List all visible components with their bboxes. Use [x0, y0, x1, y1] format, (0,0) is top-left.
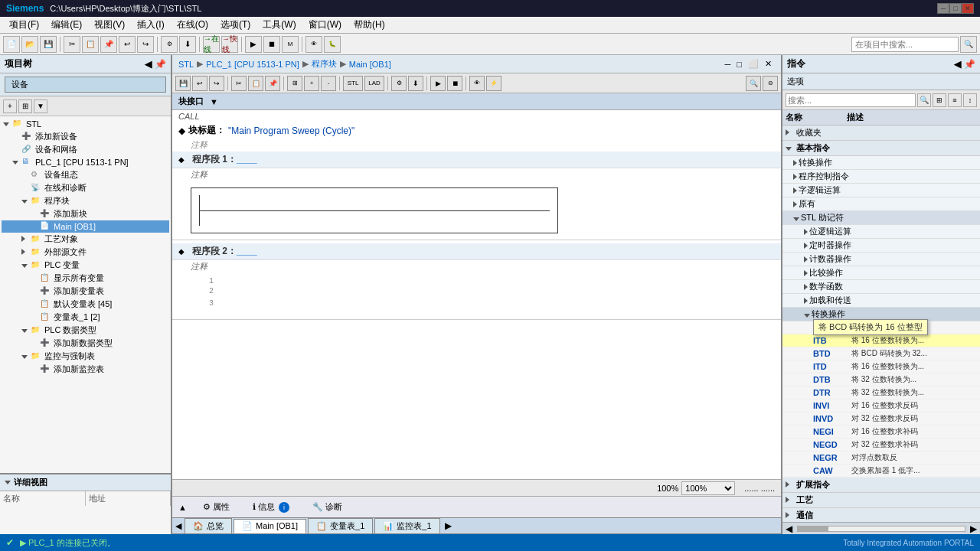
instr-sub-math-funcs[interactable]: 数学函数: [782, 280, 980, 294]
instr-item-invi[interactable]: INVI 对 16 位整数求反码: [782, 399, 980, 412]
etb-copy-btn[interactable]: 📋: [248, 76, 263, 91]
seg2-expand-btn[interactable]: ◆: [178, 247, 189, 256]
tree-item-device-config[interactable]: ⚙ 设备组态: [2, 168, 169, 181]
editor-maximize-btn[interactable]: ⬜: [745, 59, 762, 69]
tree-item-online-diag[interactable]: 📡 在线和诊断: [2, 181, 169, 194]
instr-item-btd[interactable]: BTD 将 BCD 码转换为 32...: [782, 347, 980, 360]
instr-sub-counter-ops[interactable]: 计数器操作: [782, 253, 980, 266]
editor-restore-btn[interactable]: □: [733, 60, 745, 69]
new-btn[interactable]: 📄: [3, 36, 20, 53]
devices-tab[interactable]: 设备: [5, 77, 166, 93]
tree-item-show-all-vars[interactable]: 📋 显示所有变量: [2, 272, 169, 285]
props-tab-diag[interactable]: 🔧 诊断: [305, 499, 349, 515]
menu-window[interactable]: 窗口(W): [302, 17, 348, 33]
etb-zoom-out-btn[interactable]: ⊖: [763, 76, 778, 91]
detail-header[interactable]: 详细视图: [0, 474, 171, 491]
etb-monitor-btn[interactable]: 👁: [469, 76, 485, 91]
tree-item-prog-blocks[interactable]: 📁 程序块: [2, 194, 169, 207]
etb-compile-btn[interactable]: ⚙: [391, 76, 407, 91]
tree-item-stl[interactable]: 📁 STL: [2, 118, 169, 130]
plc-data-type-expand-arrow[interactable]: [21, 327, 31, 334]
hscroll-left-btn[interactable]: ◀: [782, 523, 795, 534]
menu-tools[interactable]: 工具(W): [256, 17, 302, 33]
plc-vars-expand-arrow[interactable]: [21, 262, 31, 269]
block-interface-expand-btn[interactable]: ▼: [210, 97, 218, 106]
tree-view-btn[interactable]: ⊞: [18, 99, 32, 113]
redo-btn[interactable]: ↪: [137, 36, 154, 53]
tree-item-add-data-type[interactable]: ➕ 添加新数据类型: [2, 337, 169, 350]
editor-close-btn[interactable]: ✕: [762, 59, 775, 69]
debug-btn[interactable]: 🐛: [324, 36, 341, 53]
cut-btn[interactable]: ✂: [64, 36, 80, 53]
menu-help[interactable]: 帮助(H): [348, 17, 391, 33]
paste-btn[interactable]: 📌: [100, 36, 117, 53]
tree-pin-btn[interactable]: 📌: [155, 59, 166, 70]
instr-item-negd[interactable]: NEGD 对 32 位整数求补码: [782, 439, 980, 452]
compile-btn[interactable]: ⚙: [161, 36, 178, 53]
instr-sub-original[interactable]: 原有: [782, 197, 980, 211]
etb-expand-btn[interactable]: +: [304, 76, 319, 91]
btab-main-ob1[interactable]: 📄 Main [OB1]: [234, 519, 306, 533]
tree-item-var-table-1[interactable]: 📋 变量表_1 [2]: [2, 311, 169, 324]
etb-force-btn[interactable]: ⚡: [486, 76, 501, 91]
tree-item-device-net[interactable]: 🔗 设备和网络: [2, 143, 169, 156]
instr-favorites-header[interactable]: 收藏夹: [782, 126, 980, 141]
menu-view[interactable]: 视图(V): [88, 17, 131, 33]
tree-item-plc-data-type[interactable]: 📁 PLC 数据类型: [2, 324, 169, 337]
breadcrumb-prog-blocks[interactable]: 程序块: [312, 58, 337, 70]
props-expand-btn[interactable]: ▲: [178, 503, 187, 512]
tree-item-add-var-table[interactable]: ➕ 添加新变量表: [2, 285, 169, 298]
project-search-input[interactable]: [851, 37, 959, 52]
tree-item-monitor-force[interactable]: 📁 监控与强制表: [2, 350, 169, 363]
stl-input-3[interactable]: [220, 297, 526, 309]
save-project-btn[interactable]: 💾: [40, 36, 57, 53]
instr-basic-header[interactable]: 基本指令: [782, 141, 980, 156]
instr-item-negi[interactable]: NEGI 对 16 位整数求补码: [782, 425, 980, 439]
props-tab-properties[interactable]: ⚙ 属性: [196, 499, 237, 515]
undo-btn[interactable]: ↩: [119, 36, 136, 53]
instr-technology-header[interactable]: 工艺: [782, 493, 980, 508]
tree-add-btn[interactable]: +: [3, 99, 17, 113]
tree-filter-btn[interactable]: ▼: [34, 99, 47, 113]
breadcrumb-main-ob1[interactable]: Main [OB1]: [349, 60, 391, 69]
prog-blocks-expand-arrow[interactable]: [21, 197, 31, 205]
tree-item-tech-objects[interactable]: 📁 工艺对象: [2, 233, 169, 246]
etb-start-btn[interactable]: ▶: [430, 76, 446, 91]
tree-item-add-monitor[interactable]: ➕ 添加新监控表: [2, 363, 169, 376]
tree-item-plc-vars[interactable]: 📁 PLC 变量: [2, 259, 169, 272]
instr-view-btn1[interactable]: ⊞: [933, 93, 946, 107]
etb-paste-btn[interactable]: 📌: [265, 76, 280, 91]
instr-sub-load-xfer[interactable]: 加载和传送: [782, 294, 980, 308]
restore-btn[interactable]: □: [949, 3, 962, 14]
instr-item-dtr[interactable]: DTR 将 32 位整数转换为...: [782, 386, 980, 399]
etb-redo-btn[interactable]: ↪: [209, 76, 224, 91]
bottom-tabs-right-btn[interactable]: ▶: [445, 520, 452, 531]
monitor-all-btn[interactable]: 👁: [305, 36, 322, 53]
instr-sub-convert-ops[interactable]: 转换操作: [782, 156, 980, 170]
menu-online[interactable]: 在线(O): [171, 17, 214, 33]
instr-item-invd[interactable]: INVD 对 32 位整数求反码: [782, 412, 980, 425]
ext-sources-arrow[interactable]: [21, 249, 31, 256]
instr-view-btn2[interactable]: ≡: [948, 93, 962, 107]
etb-save-btn[interactable]: 💾: [175, 76, 191, 91]
stop-btn[interactable]: ⏹: [263, 36, 280, 53]
go-offline-btn[interactable]: →快线: [221, 36, 238, 53]
instr-item-negr[interactable]: NEGR 对浮点数取反: [782, 452, 980, 465]
right-panel-collapse-btn[interactable]: ◀: [954, 59, 961, 70]
etb-seg-btn[interactable]: ⊞: [287, 76, 302, 91]
instr-search-input[interactable]: [786, 93, 916, 107]
instr-extended-header[interactable]: 扩展指令: [782, 478, 980, 493]
monitor-force-expand-arrow[interactable]: [21, 353, 31, 360]
instr-item-itd[interactable]: ITD 将 16 位整数转换为...: [782, 360, 980, 373]
tree-collapse-btn[interactable]: ◀: [145, 59, 152, 70]
minimize-btn[interactable]: ─: [937, 3, 949, 14]
instr-sub-string-ops[interactable]: 字逻辑运算: [782, 184, 980, 197]
bottom-tabs-expand-btn[interactable]: ◀: [175, 521, 181, 531]
btab-overview[interactable]: 🏠 总览: [185, 518, 232, 534]
props-tab-info[interactable]: ℹ 信息 i: [246, 499, 296, 515]
etb-collapse-btn[interactable]: -: [321, 76, 336, 91]
tech-objects-arrow[interactable]: [21, 236, 31, 243]
breadcrumb-plc1[interactable]: PLC_1 [CPU 1513-1 PN]: [206, 60, 299, 69]
instr-sub-prog-ctrl[interactable]: 程序控制指令: [782, 170, 980, 184]
instr-item-caw[interactable]: CAW 交换累加器 1 低字...: [782, 465, 980, 478]
